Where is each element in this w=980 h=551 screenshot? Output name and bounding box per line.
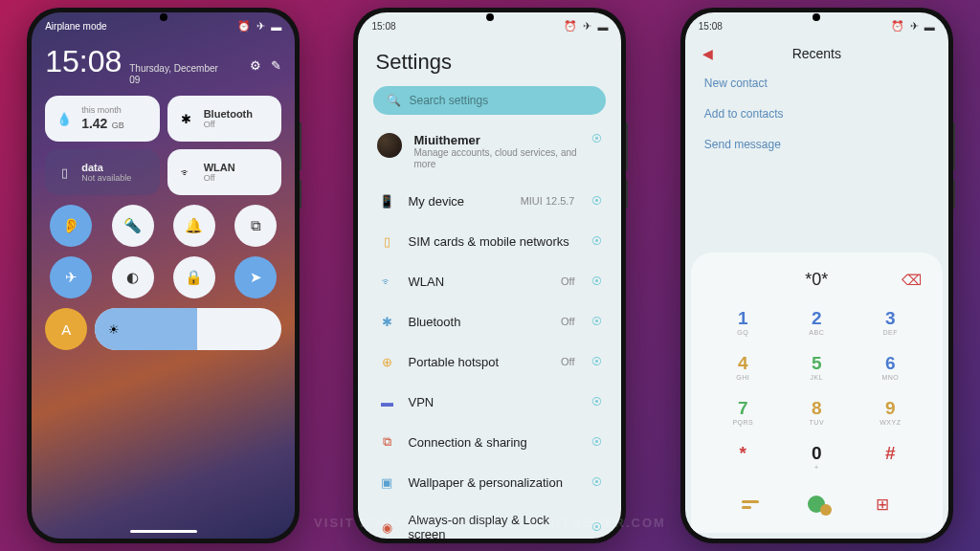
phone-dialer: 15:08 ⏰✈▬ ◀ Recents New contactAdd to co…: [680, 8, 953, 543]
setting-icon: ▬: [377, 392, 396, 411]
chevron-right-icon: ⦿: [591, 195, 602, 207]
settings-item[interactable]: ▣Wallpaper & personalization⦿: [366, 462, 613, 502]
dial-display: *0* ⌫: [699, 266, 935, 301]
brightness-slider[interactable]: ☀: [95, 308, 281, 350]
action-link[interactable]: Add to contacts: [704, 107, 929, 121]
keypad-key-9[interactable]: 9WXYZ: [856, 391, 925, 432]
wlan-tile[interactable]: ᯤ WLAN Off: [167, 149, 282, 195]
lock-icon: 🔒: [185, 269, 203, 286]
alarm-icon: ⏰: [564, 20, 577, 33]
setting-icon: ⊕: [377, 352, 396, 371]
status-icons: ⏰ ✈ ▬: [237, 20, 281, 33]
alarm-icon: ⏰: [237, 20, 251, 33]
airplane-icon: ✈: [583, 20, 591, 33]
keypad-key-*[interactable]: *: [708, 436, 778, 477]
home-indicator[interactable]: [130, 530, 197, 533]
keypad-key-7[interactable]: 7PQRS: [708, 391, 778, 432]
droplet-icon: 💧: [55, 109, 74, 128]
keypad-key-8[interactable]: 8TUV: [782, 391, 852, 432]
battery-icon: ▬: [271, 21, 281, 33]
airplane-icon: ✈: [65, 269, 78, 286]
flashlight-icon: 🔦: [123, 217, 142, 234]
airplane-toggle[interactable]: ✈: [50, 256, 92, 298]
chevron-right-icon: ⦿: [591, 476, 602, 488]
back-button[interactable]: ◀: [702, 46, 713, 61]
chevron-right-icon: ⦿: [591, 235, 602, 247]
alarm-icon: ⏰: [891, 20, 904, 33]
settings-item[interactable]: ⧉Connection & sharing⦿: [366, 422, 613, 462]
dnd-toggle[interactable]: 🔔: [173, 205, 215, 247]
bluetooth-icon: ✱: [177, 109, 196, 128]
wifi-icon: ᯤ: [177, 163, 196, 182]
settings-item[interactable]: ▯SIM cards & mobile networks⦿: [366, 221, 613, 261]
keypad: 1GQ2ABC3DEF4GHI5JKL6MNO7PQRS8TUV9WXYZ*0+…: [699, 301, 935, 477]
settings-item[interactable]: 📱My deviceMIUI 12.5.7⦿: [366, 181, 613, 221]
phone-control-center: Airplane mode ⏰ ✈ ▬ 15:08 Thursday, Dece…: [27, 8, 300, 543]
dialer-panel: *0* ⌫ 1GQ2ABC3DEF4GHI5JKL6MNO7PQRS8TUV9W…: [691, 253, 943, 533]
settings-item[interactable]: ✱BluetoothOff⦿: [366, 301, 613, 342]
menu-icon: [742, 500, 759, 509]
setting-icon: ▣: [377, 473, 396, 492]
backspace-button[interactable]: ⌫: [902, 272, 922, 289]
action-links: New contactAdd to contactsSend message: [685, 67, 948, 161]
status-time: 15:08: [371, 21, 395, 32]
settings-list: Miuithemer Manage accounts, cloud servic…: [358, 122, 621, 539]
account-item[interactable]: Miuithemer Manage accounts, cloud servic…: [366, 122, 613, 181]
contacts-icon: ⊞: [876, 495, 889, 515]
chevron-right-icon: ⦿: [591, 133, 602, 144]
chevron-right-icon: ⦿: [591, 436, 602, 448]
action-link[interactable]: New contact: [704, 77, 929, 90]
avatar: [377, 133, 402, 158]
setting-icon: ⧉: [377, 432, 396, 452]
setting-icon: ✱: [377, 312, 396, 331]
lock-toggle[interactable]: 🔒: [173, 256, 215, 298]
call-button[interactable]: [799, 487, 834, 521]
search-settings-input[interactable]: 🔍 Search settings: [373, 86, 606, 115]
battery-icon: ▬: [597, 21, 608, 33]
camera-notch: [486, 13, 494, 21]
recents-header: ◀ Recents: [685, 40, 948, 67]
sim-icon: ▯: [55, 163, 74, 182]
location-icon: ➤: [250, 269, 262, 286]
battery-icon: ▬: [924, 21, 935, 33]
search-icon: 🔍: [387, 94, 401, 107]
keypad-key-0[interactable]: 0+: [782, 436, 852, 477]
camera-notch: [813, 13, 820, 21]
auto-brightness-toggle[interactable]: A: [45, 308, 87, 350]
mute-toggle[interactable]: 👂: [50, 205, 92, 247]
clock-date: Thursday, December 09: [129, 63, 218, 86]
keypad-key-#[interactable]: #: [856, 436, 925, 477]
screenshot-toggle[interactable]: ⧉: [234, 205, 277, 247]
contacts-button[interactable]: ⊞: [865, 487, 900, 521]
data-usage-tile[interactable]: 💧 this month 1.42 GB: [45, 96, 160, 142]
clock-time: 15:08: [45, 44, 122, 79]
edit-icon[interactable]: ✎: [271, 58, 281, 73]
mute-icon: 👂: [62, 217, 80, 234]
keypad-key-1[interactable]: 1GQ: [708, 301, 778, 342]
keypad-key-2[interactable]: 2ABC: [782, 301, 852, 342]
darkmode-toggle[interactable]: ◐: [112, 256, 154, 298]
settings-item[interactable]: ▬VPN⦿: [366, 382, 613, 422]
keypad-key-5[interactable]: 5JKL: [782, 346, 852, 387]
settings-item[interactable]: ᯤWLANOff⦿: [366, 261, 613, 301]
bluetooth-tile[interactable]: ✱ Bluetooth Off: [167, 96, 282, 142]
keypad-key-6[interactable]: 6MNO: [856, 346, 925, 387]
settings-item[interactable]: ⊕Portable hotspotOff⦿: [366, 342, 613, 382]
camera-notch: [160, 13, 167, 21]
watermark: Visit for more themes - miuithemer.com: [314, 516, 666, 530]
action-link[interactable]: Send message: [704, 138, 929, 151]
setting-icon: 📱: [377, 191, 396, 210]
mobile-data-tile[interactable]: ▯ data Not available: [45, 149, 160, 195]
flashlight-toggle[interactable]: 🔦: [112, 205, 154, 247]
location-toggle[interactable]: ➤: [234, 256, 277, 298]
setting-icon: ᯤ: [377, 272, 396, 291]
keypad-key-3[interactable]: 3DEF: [856, 301, 925, 342]
keypad-key-4[interactable]: 4GHI: [708, 346, 778, 387]
brightness-icon: ☀: [108, 322, 120, 337]
airplane-icon: ✈: [910, 20, 919, 33]
status-time: 15:08: [699, 21, 723, 32]
menu-button[interactable]: [733, 487, 768, 521]
setting-icon: ▯: [377, 231, 396, 251]
clock-row: 15:08 Thursday, December 09 ⚙ ✎: [45, 44, 281, 86]
settings-icon[interactable]: ⚙: [250, 58, 261, 73]
